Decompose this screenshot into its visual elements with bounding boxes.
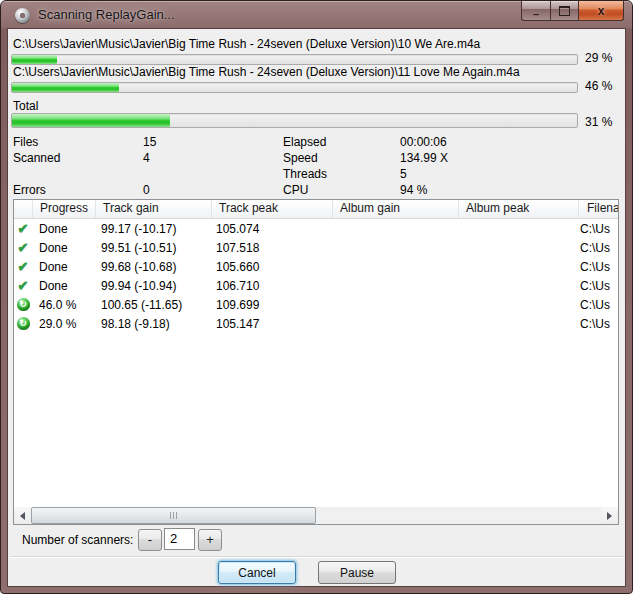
- stat-cpu-label: CPU: [283, 183, 308, 197]
- row-progress: Done: [32, 279, 94, 293]
- stat-errors-label: Errors: [13, 183, 46, 197]
- table-row[interactable]: ✔ ↻ Done 99.94 (-10.94) 106.710 C:\Us: [14, 276, 618, 295]
- file-progressbar-2: [11, 82, 578, 93]
- row-filename: C:\Us: [573, 222, 610, 236]
- row-track-gain: 98.18 (-9.18): [94, 317, 209, 331]
- stat-threads-label: Threads: [283, 167, 327, 181]
- file-path-1: C:\Users\Javier\Music\Javier\Big Time Ru…: [13, 37, 583, 51]
- table-row[interactable]: ✔ ↻ Done 99.68 (-10.68) 105.660 C:\Us: [14, 257, 618, 276]
- column-header-progress[interactable]: Progress: [33, 200, 96, 218]
- scroll-right-icon: [607, 512, 616, 520]
- listview-header: Progress Track gain Track peak Album gai…: [14, 200, 618, 219]
- column-header-album-peak[interactable]: Album peak: [459, 200, 579, 218]
- total-progressbar: [11, 113, 578, 128]
- scanners-label: Number of scanners:: [22, 533, 133, 547]
- minimize-button[interactable]: –: [521, 0, 550, 21]
- column-header-track-peak[interactable]: Track peak: [212, 200, 333, 218]
- column-header-track-gain[interactable]: Track gain: [96, 200, 212, 218]
- window-controls: – x: [521, 0, 624, 21]
- total-progressbar-fill: [12, 114, 170, 127]
- stat-elapsed-value: 00:00:06: [400, 135, 447, 149]
- stat-files-value: 15: [143, 135, 156, 149]
- close-icon: x: [598, 4, 605, 18]
- stat-cpu-value: 94 %: [400, 183, 427, 197]
- total-label: Total: [13, 99, 583, 113]
- stat-scanned-value: 4: [143, 151, 150, 165]
- row-progress: Done: [32, 241, 94, 255]
- scanners-count-field[interactable]: 2: [164, 528, 195, 550]
- row-track-gain: 99.51 (-10.51): [94, 241, 209, 255]
- row-status-cell: ✔ ↻: [14, 240, 32, 255]
- footer-separator: [10, 556, 623, 558]
- row-filename: C:\Us: [573, 317, 610, 331]
- row-track-peak: 109.699: [209, 298, 329, 312]
- row-status-cell: ✔ ↻: [14, 221, 32, 236]
- dialog-body: C:\Users\Javier\Music\Javier\Big Time Ru…: [8, 29, 625, 586]
- scroll-right-button[interactable]: [601, 507, 618, 524]
- results-listview: Progress Track gain Track peak Album gai…: [13, 199, 619, 525]
- close-button[interactable]: x: [579, 0, 624, 21]
- done-check-icon: ✔: [18, 221, 29, 236]
- decrease-scanners-button[interactable]: -: [138, 529, 162, 551]
- row-filename: C:\Us: [573, 260, 610, 274]
- window-title: Scanning ReplayGain...: [38, 7, 175, 22]
- table-row[interactable]: ✔ ↻ Done 99.17 (-10.17) 105.074 C:\Us: [14, 219, 618, 238]
- done-check-icon: ✔: [18, 240, 29, 255]
- stat-elapsed-label: Elapsed: [283, 135, 326, 149]
- title-bar[interactable]: Scanning ReplayGain... – x: [1, 1, 632, 29]
- maximize-button[interactable]: [550, 0, 579, 21]
- row-track-peak: 105.660: [209, 260, 329, 274]
- minimize-icon: –: [533, 8, 539, 20]
- row-status-cell: ✔ ↻: [14, 259, 32, 274]
- stat-errors-value: 0: [143, 183, 150, 197]
- increase-scanners-button[interactable]: +: [198, 529, 222, 551]
- row-track-peak: 107.518: [209, 241, 329, 255]
- row-track-peak: 106.710: [209, 279, 329, 293]
- pause-button[interactable]: Pause: [318, 561, 396, 584]
- dialog-window: Scanning ReplayGain... – x C:\Users\Javi…: [0, 0, 633, 594]
- scroll-left-icon: [16, 512, 25, 520]
- row-track-gain: 100.65 (-11.65): [94, 298, 209, 312]
- scanning-spinner-icon: ↻: [17, 298, 30, 311]
- stat-scanned-label: Scanned: [13, 151, 60, 165]
- row-track-peak: 105.147: [209, 317, 329, 331]
- column-header-filename[interactable]: Filena: [579, 200, 618, 218]
- stat-speed-value: 134.99 X: [400, 151, 448, 165]
- disc-icon: [15, 8, 30, 23]
- stat-threads-value: 5: [400, 167, 407, 181]
- file-progressbar-1-fill: [12, 55, 57, 64]
- row-status-cell: ✔ ↻: [14, 298, 32, 311]
- scrollbar-thumb[interactable]: [31, 507, 316, 524]
- row-progress: 46.0 %: [32, 298, 94, 312]
- scroll-left-button[interactable]: [14, 507, 31, 524]
- total-percent: 31 %: [585, 115, 612, 129]
- maximize-icon: [559, 6, 570, 16]
- row-progress: Done: [32, 260, 94, 274]
- row-progress: 29.0 %: [32, 317, 94, 331]
- cancel-button[interactable]: Cancel: [218, 561, 296, 584]
- row-status-cell: ✔ ↻: [14, 317, 32, 330]
- table-row[interactable]: ✔ ↻ 46.0 % 100.65 (-11.65) 109.699 C:\Us: [14, 295, 618, 314]
- file-progressbar-2-fill: [12, 83, 119, 92]
- row-track-peak: 105.074: [209, 222, 329, 236]
- file-percent-1: 29 %: [585, 51, 612, 65]
- column-header-album-gain[interactable]: Album gain: [333, 200, 459, 218]
- row-track-gain: 99.17 (-10.17): [94, 222, 209, 236]
- horizontal-scrollbar[interactable]: [14, 507, 618, 524]
- row-filename: C:\Us: [573, 298, 610, 312]
- row-filename: C:\Us: [573, 279, 610, 293]
- table-row[interactable]: ✔ ↻ 29.0 % 98.18 (-9.18) 105.147 C:\Us: [14, 314, 618, 333]
- stat-speed-label: Speed: [283, 151, 318, 165]
- row-progress: Done: [32, 222, 94, 236]
- column-header-icon[interactable]: [14, 200, 33, 218]
- row-filename: C:\Us: [573, 241, 610, 255]
- row-track-gain: 99.68 (-10.68): [94, 260, 209, 274]
- row-track-gain: 99.94 (-10.94): [94, 279, 209, 293]
- done-check-icon: ✔: [18, 278, 29, 293]
- table-row[interactable]: ✔ ↻ Done 99.51 (-10.51) 107.518 C:\Us: [14, 238, 618, 257]
- file-progressbar-1: [11, 54, 578, 65]
- scanning-spinner-icon: ↻: [17, 317, 30, 330]
- done-check-icon: ✔: [18, 259, 29, 274]
- stat-files-label: Files: [13, 135, 38, 149]
- file-percent-2: 46 %: [585, 79, 612, 93]
